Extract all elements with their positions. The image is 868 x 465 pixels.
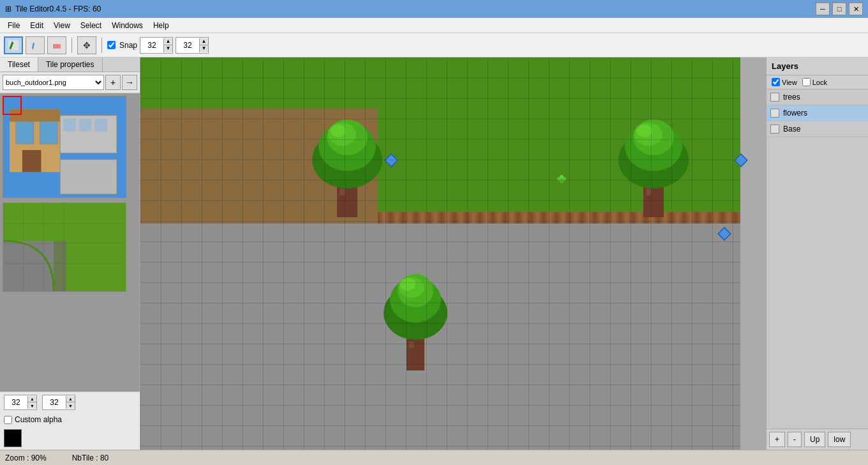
toolbar-separator2 [101, 38, 102, 53]
layers-buttons: + - Up low [767, 429, 868, 450]
layer-down-button[interactable]: low [828, 432, 851, 447]
title-bar: ⊞ Tile Editor0.4.5 - FPS: 60 ─ □ ✕ [0, 0, 868, 18]
svg-rect-52 [718, 227, 731, 240]
layers-panel: Layers View Lock trees flowers Base [766, 57, 868, 450]
snap-y-up[interactable]: ▲ [199, 38, 208, 45]
svg-rect-12 [16, 122, 34, 144]
tileset-preview-outdoor [3, 202, 126, 292]
tree-1 [306, 115, 388, 217]
snap-y-input[interactable] [176, 38, 199, 53]
draw-tool-button[interactable] [4, 36, 23, 54]
tile-width-down[interactable]: ▼ [27, 402, 36, 409]
remove-layer-button[interactable]: - [788, 432, 802, 447]
app-title: Tile Editor0.4.5 - FPS: 60 [15, 4, 101, 13]
layer-flowers[interactable]: flowers [767, 105, 868, 121]
svg-rect-11 [10, 109, 60, 122]
size-controls: ▲ ▼ ▲ ▼ [0, 392, 140, 413]
tile-width-input[interactable] [4, 395, 27, 409]
snap-x-down[interactable]: ▼ [163, 45, 172, 52]
svg-rect-18 [94, 119, 107, 132]
tile-width-up[interactable]: ▲ [27, 396, 36, 402]
draw-icon [8, 40, 19, 50]
snap-y-down[interactable]: ▼ [199, 45, 208, 52]
layer-base-name: Base [783, 125, 864, 133]
svg-rect-22 [54, 241, 66, 291]
view-label: View [782, 79, 797, 86]
add-layer-button[interactable]: + [769, 432, 785, 447]
svg-rect-44 [409, 342, 414, 348]
eraser-tool-button[interactable] [47, 36, 66, 54]
menu-windows[interactable]: Windows [107, 20, 148, 31]
tab-bar: Tileset Tile properties [0, 57, 140, 72]
custom-alpha-checkbox[interactable] [4, 416, 12, 424]
svg-text:✥: ✥ [83, 40, 91, 50]
custom-alpha-label: Custom alpha [15, 415, 62, 424]
svg-rect-7 [53, 44, 61, 49]
tree-3 [380, 268, 451, 370]
snap-area: Snap [107, 41, 137, 50]
tile-height-down[interactable]: ▼ [66, 402, 75, 409]
snap-checkbox[interactable] [107, 41, 116, 49]
layer-base[interactable]: Base [767, 121, 868, 137]
canvas-area[interactable] [140, 57, 766, 450]
tileset-header: buch_outdoor1.png + → [0, 72, 140, 93]
nbtile-status: NbTile : 80 [72, 454, 109, 462]
move-icon: ✥ [82, 40, 92, 50]
tab-tile-properties[interactable]: Tile properties [38, 57, 103, 72]
svg-rect-21 [3, 241, 54, 291]
snap-x-input[interactable] [140, 38, 163, 53]
navigate-tileset-button[interactable]: → [122, 75, 137, 90]
status-bar: Zoom : 90% NbTile : 80 [0, 450, 868, 465]
tile-height-up[interactable]: ▲ [66, 396, 75, 402]
close-button[interactable]: ✕ [849, 3, 863, 15]
snap-y-group: ▲ ▼ [176, 37, 209, 54]
tileset-select[interactable]: buch_outdoor1.png [3, 75, 104, 90]
svg-point-49 [400, 278, 415, 291]
tileset-scroll[interactable] [0, 93, 140, 392]
menu-edit[interactable]: Edit [25, 20, 49, 31]
snap-label: Snap [119, 41, 137, 50]
layer-trees-name: trees [783, 93, 864, 102]
svg-rect-14 [22, 150, 41, 172]
tree-2 [613, 115, 694, 217]
tile-height-input[interactable] [43, 395, 66, 409]
lock-label: Lock [812, 79, 827, 86]
maximize-button[interactable]: □ [832, 3, 846, 15]
marker-3 [717, 227, 731, 241]
menu-select[interactable]: Select [75, 20, 107, 31]
eraser-icon [52, 40, 62, 50]
layers-list: trees flowers Base [767, 89, 868, 429]
svg-rect-3 [30, 40, 40, 50]
flowers-1 [555, 172, 568, 185]
tab-tileset[interactable]: Tileset [0, 57, 38, 72]
add-tileset-button[interactable]: + [105, 75, 121, 90]
tile-width-group: ▲ ▼ [4, 395, 37, 410]
menu-file[interactable]: File [3, 20, 25, 31]
tileset-preview-building [3, 96, 126, 198]
svg-point-42 [637, 125, 652, 137]
minimize-button[interactable]: ─ [816, 3, 830, 15]
svg-rect-17 [79, 119, 92, 132]
menu-view[interactable]: View [49, 20, 75, 31]
layer-base-checkbox[interactable] [770, 125, 779, 133]
color-swatch[interactable] [4, 429, 22, 447]
lock-checkbox[interactable] [802, 78, 811, 86]
menu-help[interactable]: Help [148, 20, 174, 31]
marker-1 [384, 153, 398, 167]
layer-flowers-name: flowers [783, 109, 864, 118]
view-option[interactable]: View [772, 78, 797, 86]
svg-rect-30 [340, 188, 345, 195]
marker-2 [734, 153, 748, 167]
layer-trees-checkbox[interactable] [770, 93, 779, 102]
zoom-status: Zoom : 90% [5, 454, 47, 462]
pencil-tool-button[interactable] [26, 36, 45, 54]
snap-x-group: ▲ ▼ [140, 37, 173, 54]
view-checkbox[interactable] [772, 78, 780, 86]
layer-up-button[interactable]: Up [804, 432, 825, 447]
lock-option[interactable]: Lock [802, 78, 827, 86]
move-tool-button[interactable]: ✥ [77, 36, 96, 54]
layers-options: View Lock [767, 75, 868, 89]
snap-x-up[interactable]: ▲ [163, 38, 172, 45]
layer-trees[interactable]: trees [767, 89, 868, 105]
layer-flowers-checkbox[interactable] [770, 109, 779, 118]
